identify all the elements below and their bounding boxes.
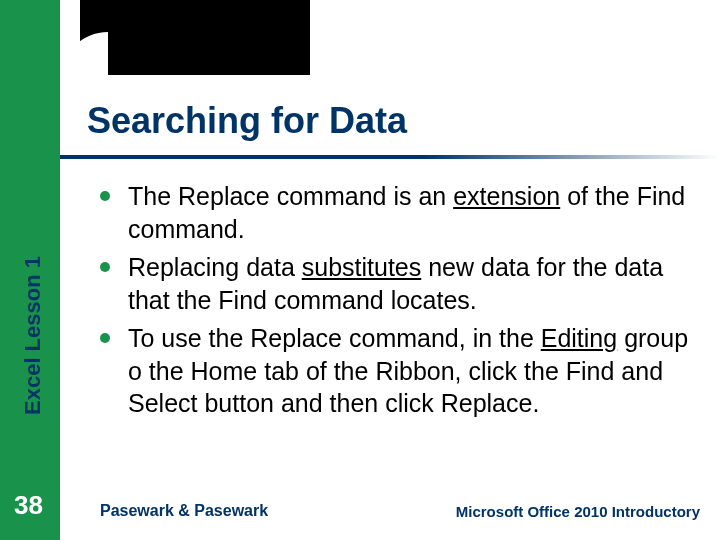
- bullet-text: Replacing data substitutes new data for …: [128, 251, 700, 316]
- bullet-icon: [100, 191, 110, 201]
- text-segment: Replacing data: [128, 253, 302, 281]
- footer-right: Microsoft Office 2010 Introductory: [456, 503, 700, 520]
- title-underline: [60, 155, 720, 159]
- bullet-item: The Replace command is an extension of t…: [100, 180, 700, 245]
- bullet-item: To use the Replace command, in the Editi…: [100, 322, 700, 420]
- footer-left: Pasewark & Pasewark: [100, 502, 268, 520]
- underlined-word: Editing: [541, 324, 617, 352]
- slide: Searching for Data Excel Lesson 1 38 The…: [0, 0, 720, 540]
- body-content: The Replace command is an extension of t…: [100, 180, 700, 426]
- text-segment: To use the Replace command, in the: [128, 324, 541, 352]
- bullet-icon: [100, 333, 110, 343]
- slide-title: Searching for Data: [87, 100, 407, 142]
- underlined-word: substitutes: [302, 253, 422, 281]
- bullet-icon: [100, 262, 110, 272]
- text-segment: The Replace command is an: [128, 182, 453, 210]
- page-number: 38: [14, 490, 43, 521]
- bullet-item: Replacing data substitutes new data for …: [100, 251, 700, 316]
- bullet-text: The Replace command is an extension of t…: [128, 180, 700, 245]
- bullet-text: To use the Replace command, in the Editi…: [128, 322, 700, 420]
- underlined-word: extension: [453, 182, 560, 210]
- top-black-block: [80, 0, 310, 75]
- side-label: Excel Lesson 1: [20, 256, 46, 415]
- inner-corner: [60, 32, 108, 80]
